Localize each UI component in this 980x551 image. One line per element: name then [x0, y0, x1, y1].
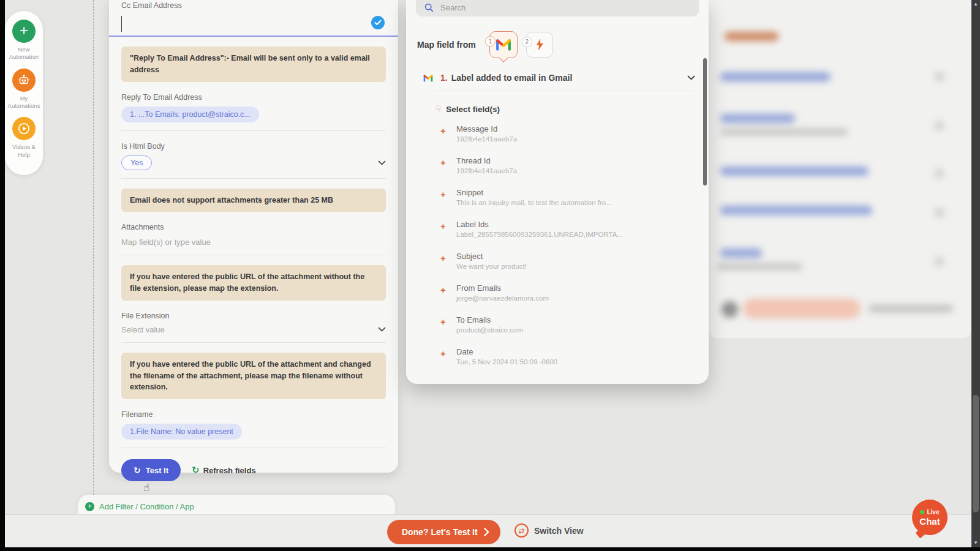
- field-name: Snippet: [456, 188, 612, 197]
- blurred-pill-button: [743, 299, 861, 318]
- filename-label: Filename: [121, 410, 386, 419]
- mappable-field-list: + Message Id 192fb4e141aaeb7a + Thread I…: [406, 114, 709, 372]
- blurred-row-icon: [935, 121, 944, 130]
- blurred-heading: [725, 32, 778, 41]
- field-sample-value: product@straico.com: [456, 326, 523, 334]
- window-scrollbar[interactable]: ▲ ▼: [971, 0, 980, 547]
- sidebar-item-my-automations[interactable]: My Automations: [6, 69, 42, 110]
- attachments-input[interactable]: Map field(s) or type value: [121, 238, 386, 247]
- field-name: Label Ids: [456, 220, 623, 229]
- footer-bar: Done? Let's Test It ⇄ Switch View: [5, 514, 971, 547]
- add-field-icon[interactable]: +: [440, 156, 450, 174]
- live-chat-button[interactable]: Live Chat: [912, 500, 948, 535]
- field-item-from-emails[interactable]: + From Emails jorge@narvaezdelamora.com: [440, 277, 698, 309]
- add-field-icon[interactable]: +: [440, 220, 450, 238]
- gmail-icon: [423, 74, 433, 82]
- letterbox-left: [0, 0, 5, 551]
- reply-to-notice: "Reply To Email Address":- Email will be…: [121, 47, 386, 82]
- test-it-label: Test It: [146, 466, 168, 475]
- field-name: From Emails: [456, 283, 549, 293]
- field-mapping-popup: Search Map field from 1 2 1. Label added…: [406, 0, 709, 384]
- add-field-icon[interactable]: +: [440, 283, 450, 302]
- field-sample-value: This is an inquiry mail, to test the aut…: [456, 199, 612, 206]
- chevron-down-icon: [378, 327, 386, 332]
- add-filter-card: + Add Filter / Condition / App: [78, 495, 395, 514]
- scrollbar-thumb[interactable]: [973, 395, 979, 512]
- blurred-link: [720, 206, 872, 215]
- field-item-subject[interactable]: + Subject We want your product!: [440, 245, 698, 277]
- refresh-fields-button[interactable]: ↻ Refresh fields: [192, 465, 256, 476]
- valid-check-icon: [371, 16, 385, 29]
- gmail-step-section-header[interactable]: 1. Label added to email in Gmail: [406, 73, 709, 83]
- attachment-size-notice: Email does not support attachments great…: [121, 189, 386, 212]
- refresh-icon: ↻: [134, 465, 141, 475]
- chevron-down-icon: [687, 75, 695, 80]
- blurred-link: [720, 114, 795, 123]
- file-extension-placeholder: Select value: [121, 325, 165, 334]
- blurred-row-icon: [935, 72, 944, 81]
- field-sample-value: Tue, 5 Nov 2024 01:50:09 -0600: [456, 358, 557, 365]
- plus-icon: +: [12, 20, 36, 43]
- sidebar-item-new-automation[interactable]: + New Automation: [6, 20, 42, 61]
- attachments-label: Attachments: [121, 223, 386, 231]
- background-help-panel: [709, 0, 971, 338]
- step-2-badge: 2: [522, 37, 532, 47]
- popup-scrollbar-thumb[interactable]: [703, 58, 707, 186]
- refresh-fields-label: Refresh fields: [203, 466, 256, 475]
- file-extension-select[interactable]: Select value: [121, 325, 386, 334]
- letterbox-bottom: [0, 547, 980, 551]
- field-name: Subject: [456, 252, 527, 261]
- field-name: To Emails: [456, 315, 523, 324]
- action-settings-form: Cc Email Address "Reply To Email Address…: [109, 0, 398, 473]
- online-status-dot: [920, 510, 924, 514]
- blurred-row-icon: [935, 169, 944, 178]
- field-divider: [121, 178, 386, 179]
- add-field-icon[interactable]: +: [440, 252, 450, 270]
- switch-view-button[interactable]: ⇄ Switch View: [514, 523, 584, 538]
- filename-notice: If you have entered the public URL of th…: [121, 353, 386, 399]
- refresh-icon: ↻: [192, 465, 200, 476]
- field-item-thread-id[interactable]: + Thread Id 192fb4e141aaeb7a: [440, 149, 698, 181]
- field-divider: [121, 342, 386, 343]
- gmail-icon: [496, 39, 511, 51]
- chat-label: Chat: [919, 516, 940, 527]
- source-step-2-trigger-button[interactable]: 2: [526, 32, 553, 58]
- blurred-row-icon: [935, 257, 944, 266]
- add-field-icon[interactable]: +: [440, 347, 450, 365]
- field-item-to-emails[interactable]: + To Emails product@straico.com: [440, 309, 698, 340]
- field-item-label-ids[interactable]: + Label Ids Label_2855798560093259361,UN…: [440, 213, 698, 245]
- scroll-up-icon[interactable]: ▲: [971, 0, 980, 9]
- reply-to-mapped-value[interactable]: 1. ...To Emails: product@straico.c...: [121, 107, 259, 122]
- source-step-1-gmail-button[interactable]: 1: [489, 31, 518, 58]
- is-html-value-chip[interactable]: Yes: [121, 156, 152, 170]
- workflow-connector-line: [93, 0, 94, 495]
- live-label: Live: [927, 509, 939, 515]
- swap-arrows-icon: ⇄: [514, 523, 529, 538]
- add-field-icon[interactable]: +: [440, 124, 450, 143]
- scroll-down-icon[interactable]: ▼: [971, 539, 980, 547]
- add-field-icon[interactable]: +: [440, 315, 450, 334]
- field-item-snippet[interactable]: + Snippet This is an inquiry mail, to te…: [440, 181, 698, 213]
- cc-email-input[interactable]: [109, 12, 398, 37]
- blurred-avatar: [722, 301, 738, 318]
- is-html-select[interactable]: Yes: [121, 156, 386, 170]
- search-input[interactable]: Search: [416, 0, 699, 17]
- test-it-button[interactable]: ↻ Test It: [121, 459, 181, 481]
- add-field-icon[interactable]: +: [440, 188, 450, 206]
- add-filter-button[interactable]: + Add Filter / Condition / App: [78, 495, 395, 511]
- field-sample-value: 192fb4e141aaeb7a: [456, 167, 517, 174]
- sidebar-item-label: Videos & Help: [6, 143, 42, 159]
- sidebar: + New Automation My Automations V: [5, 11, 43, 175]
- done-test-button[interactable]: Done? Let's Test It: [387, 520, 500, 544]
- done-button-label: Done? Let's Test It: [402, 527, 478, 537]
- field-item-message-id[interactable]: + Message Id 192fb4e141aaeb7a: [440, 118, 698, 149]
- map-field-from-label: Map field from: [417, 40, 476, 50]
- text-caret: [121, 16, 122, 32]
- field-item-date[interactable]: + Date Tue, 5 Nov 2024 01:50:09 -0600: [440, 340, 698, 372]
- blurred-link: [720, 249, 762, 258]
- lightning-icon: [534, 38, 545, 51]
- field-name: Date: [456, 347, 557, 356]
- filename-mapped-value[interactable]: 1.File Name: No value present: [121, 424, 242, 440]
- sidebar-item-videos-help[interactable]: Videos & Help: [6, 117, 42, 159]
- play-icon: [12, 117, 36, 140]
